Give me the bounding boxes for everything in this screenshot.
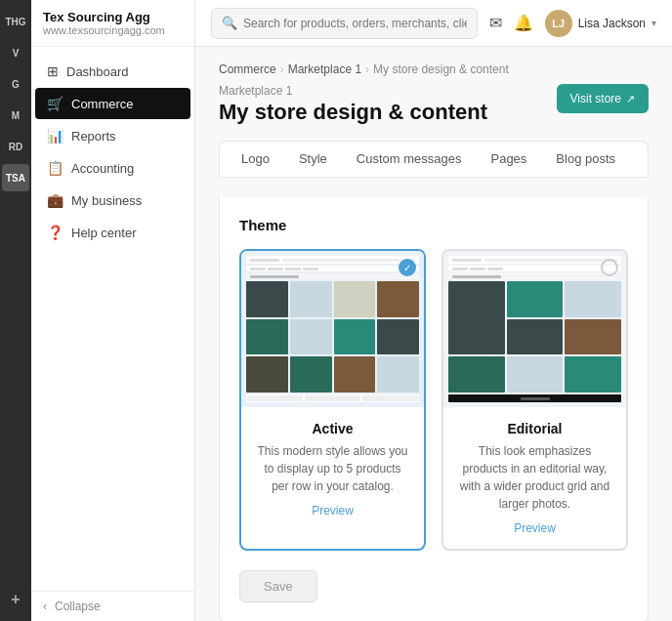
visit-store-label: Visit store [570,92,621,105]
breadcrumb: Commerce › Marketplace 1 › My store desi… [219,62,649,76]
sidebar: Tex Sourcing Agg www.texsourcingagg.com … [31,0,195,621]
tab-blog-posts[interactable]: Blog posts [542,142,629,178]
dashboard-icon: ⊞ [47,63,59,79]
avatar: LJ [545,10,572,37]
breadcrumb-commerce[interactable]: Commerce [219,62,276,76]
topbar-icons: ✉ 🔔 [489,14,533,32]
search-box[interactable]: 🔍 [211,8,478,39]
help-icon: ❓ [47,225,63,240]
page-tabs: Logo Style Custom messages Pages Blog po… [220,142,648,178]
sidebar-item-dashboard-label: Dashboard [66,64,129,79]
sidebar-item-business-label: My business [71,193,142,208]
user-name: Lisa Jackson [578,17,646,30]
theme-name-editorial: Editorial [457,421,612,436]
theme-info-editorial: Editorial This look emphasizes products … [443,407,626,549]
accounting-icon: 📋 [47,160,63,176]
theme-preview-editorial [443,251,626,407]
icon-rail: THG V G M RD TSA + [0,0,31,621]
sidebar-item-reports-label: Reports [71,129,116,144]
content-area: Commerce › Marketplace 1 › My store desi… [195,47,672,621]
rail-item-m[interactable]: M [2,102,29,129]
selected-badge: ✓ [399,259,416,276]
theme-grid: ✓ [239,249,628,551]
breadcrumb-sep-2: › [365,62,369,76]
sidebar-item-commerce-label: Commerce [71,97,134,111]
sidebar-item-accounting[interactable]: 📋 Accounting [35,152,190,184]
theme-card-editorial[interactable]: Editorial This look emphasizes products … [441,249,628,551]
collapse-button[interactable]: ‹ Collapse [31,591,194,621]
main-area: 🔍 ✉ 🔔 LJ Lisa Jackson ▾ Commerce › Marke… [195,0,672,621]
add-workspace-button[interactable]: + [2,586,29,613]
sidebar-item-reports[interactable]: 📊 Reports [35,120,190,151]
breadcrumb-sep-1: › [280,62,284,76]
page-subtitle: Marketplace 1 [219,84,487,98]
tab-pages[interactable]: Pages [477,142,540,178]
theme-card-active[interactable]: ✓ [239,249,426,551]
breadcrumb-current: My store design & content [373,62,509,76]
user-area[interactable]: LJ Lisa Jackson ▾ [545,10,656,37]
reports-icon: 📊 [47,128,63,144]
theme-preview-link-editorial[interactable]: Preview [514,521,556,535]
chevron-down-icon: ▾ [651,18,656,28]
sidebar-item-help-center[interactable]: ❓ Help center [35,217,190,248]
sidebar-item-dashboard[interactable]: ⊞ Dashboard [35,56,190,87]
search-input[interactable] [243,17,467,30]
page-title: My store design & content [219,100,487,125]
theme-desc-active: This modern style allows you to display … [255,442,410,495]
rail-item-thg[interactable]: THG [2,8,29,35]
notification-icon[interactable]: 🔔 [514,14,533,32]
page-header: Marketplace 1 My store design & content … [219,84,649,125]
theme-preview-active: ✓ [241,251,424,407]
theme-info-active: Active This modern style allows you to d… [241,407,424,531]
tab-style[interactable]: Style [285,142,341,178]
visit-store-button[interactable]: Visit store ↗ [557,84,649,113]
rail-item-tsa[interactable]: TSA [2,164,29,191]
rail-item-g[interactable]: G [2,70,29,98]
theme-name-active: Active [255,421,410,436]
theme-section: Theme ✓ [219,197,649,621]
sidebar-item-commerce[interactable]: 🛒 Commerce [35,88,190,119]
search-icon: 🔍 [222,16,237,30]
sidebar-nav: ⊞ Dashboard 🛒 Commerce 📊 Reports 📋 Accou… [31,47,194,591]
collapse-label: Collapse [55,600,101,613]
commerce-icon: 🛒 [47,96,63,111]
tab-custom-messages[interactable]: Custom messages [343,142,476,178]
sidebar-item-help-label: Help center [71,226,136,240]
sidebar-item-accounting-label: Accounting [71,161,134,176]
external-link-icon: ↗ [626,93,635,105]
topbar: 🔍 ✉ 🔔 LJ Lisa Jackson ▾ [195,0,672,47]
business-icon: 💼 [47,192,63,208]
theme-section-title: Theme [239,217,628,233]
rail-item-v[interactable]: V [2,39,29,66]
rail-item-rd[interactable]: RD [2,133,29,160]
theme-preview-link-active[interactable]: Preview [312,504,354,518]
mail-icon[interactable]: ✉ [489,14,502,32]
brand-url: www.texsourcingagg.com [43,24,183,36]
brand-area: Tex Sourcing Agg www.texsourcingagg.com [31,0,194,47]
sidebar-item-my-business[interactable]: 💼 My business [35,185,190,216]
page-title-area: Marketplace 1 My store design & content [219,84,487,125]
breadcrumb-marketplace[interactable]: Marketplace 1 [288,62,361,76]
brand-name: Tex Sourcing Agg [43,10,183,24]
tab-logo[interactable]: Logo [228,142,283,178]
select-circle [601,259,618,276]
collapse-chevron-icon: ‹ [43,600,47,613]
theme-desc-editorial: This look emphasizes products in an edit… [457,442,612,513]
theme-save-button[interactable]: Save [239,570,317,602]
